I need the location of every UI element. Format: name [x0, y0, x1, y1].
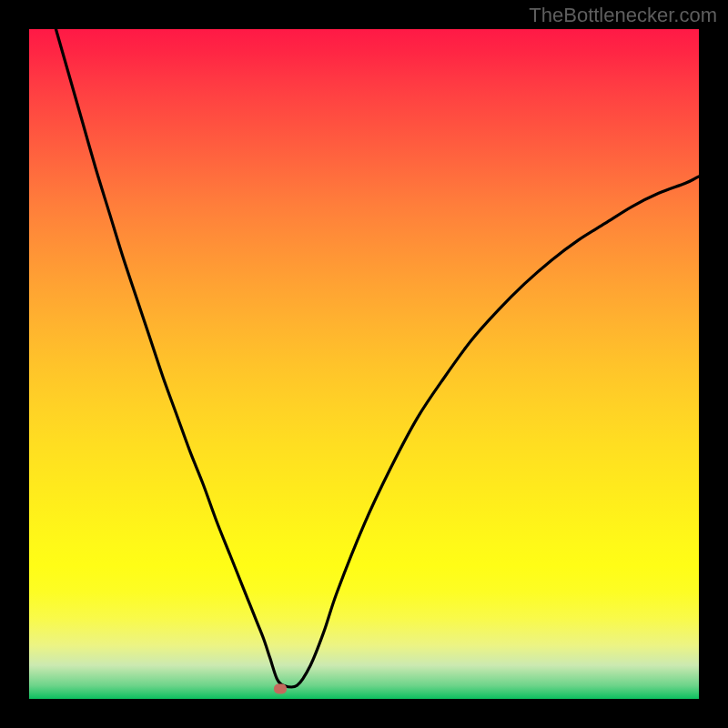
chart-plot-area	[29, 29, 699, 699]
bottleneck-curve	[56, 29, 699, 687]
curve-svg	[29, 29, 699, 699]
attribution-text: TheBottlenecker.com	[529, 4, 717, 27]
optimal-point-marker	[274, 683, 287, 693]
